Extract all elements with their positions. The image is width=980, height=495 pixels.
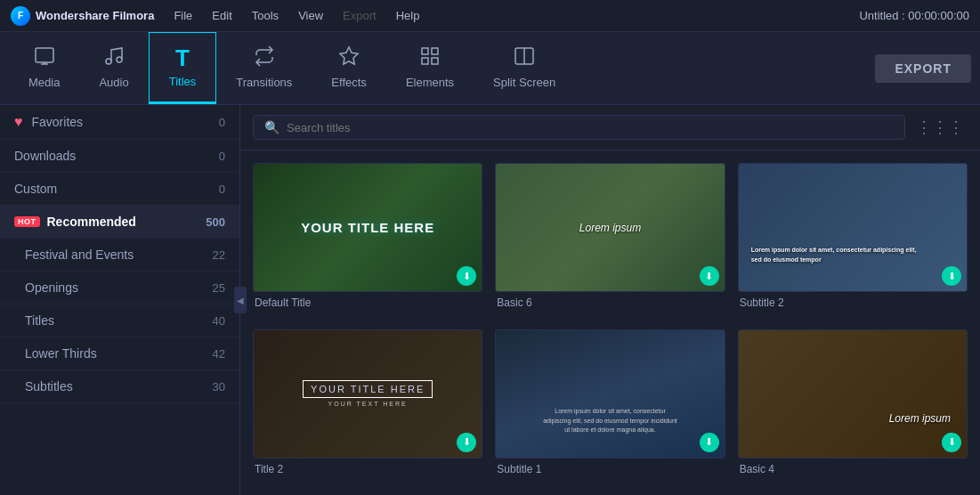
app-name: Wondershare Filmora — [36, 9, 154, 22]
title-thumb-title-2: YOUR TITLE HERE YOUR TEXT HERE ⬇ — [253, 329, 482, 458]
sidebar-item-titles[interactable]: Titles 40 — [0, 304, 239, 337]
sidebar-openings-label: Openings — [25, 280, 78, 295]
card-label-title-2: Title 2 — [253, 463, 482, 475]
audio-icon — [103, 45, 125, 70]
search-input[interactable] — [287, 121, 894, 134]
sidebar-item-openings[interactable]: Openings 25 — [0, 272, 239, 304]
split-screen-label: Split Screen — [493, 76, 555, 89]
sidebar-recommended-label: Recommended — [47, 215, 136, 229]
title-card-title-2[interactable]: YOUR TITLE HERE YOUR TEXT HERE ⬇ Title 2 — [253, 329, 482, 483]
thumb-bg-basic-6: Lorem ipsum — [496, 164, 724, 291]
thumb-bg-default-title: YOUR TITLE HERE — [254, 164, 482, 291]
title-thumb-default-title: YOUR TITLE HERE ⬇ — [253, 163, 482, 292]
card-label-basic-6: Basic 6 — [495, 296, 725, 309]
card-title-2-sub: YOUR TEXT HERE — [328, 401, 408, 407]
download-btn-subtitle-1[interactable]: ⬇ — [700, 433, 719, 452]
search-bar: 🔍 ⋮⋮⋮ — [240, 105, 980, 150]
right-panel: 🔍 ⋮⋮⋮ YOUR TITLE HERE ⬇ Default Title — [240, 105, 980, 495]
svg-point-3 — [106, 59, 111, 64]
sidebar-festival-count: 22 — [213, 248, 225, 262]
grid-view-icon[interactable]: ⋮⋮⋮ — [912, 114, 968, 141]
thumb-bg-subtitle-2: Lorem ipsum dolor sit amet, consectetur … — [739, 164, 967, 291]
sidebar-scroll-handle[interactable]: ◀ — [234, 287, 247, 313]
hot-badge: HOT — [14, 216, 40, 227]
titles-icon: T — [175, 46, 190, 69]
toolbar-titles[interactable]: T Titles — [149, 32, 217, 104]
effects-icon — [338, 45, 360, 70]
card-label-basic-4: Basic 4 — [738, 463, 968, 475]
card-basic-6-main: Lorem ipsum — [574, 220, 646, 236]
title-card-default-title[interactable]: YOUR TITLE HERE ⬇ Default Title — [253, 163, 482, 317]
project-title: Untitled : 00:00:00:00 — [859, 9, 969, 22]
heart-icon: ♥ — [14, 114, 23, 130]
elements-icon — [419, 45, 441, 70]
thumb-bg-subtitle-1: Lorem ipsum dolor sit amet, consectetura… — [496, 330, 724, 458]
transitions-icon — [254, 45, 275, 70]
card-label-subtitle-2: Subtitle 2 — [738, 296, 968, 309]
media-label: Media — [28, 76, 60, 89]
sidebar-recommended-count: 500 — [206, 215, 225, 229]
svg-rect-8 — [432, 58, 438, 64]
toolbar: Media Audio T Titles Transitions — [0, 32, 980, 105]
title-card-basic-6[interactable]: Lorem ipsum ⬇ Basic 6 — [495, 163, 725, 317]
sidebar-item-favorites[interactable]: ♥ Favorites 0 — [0, 105, 239, 140]
title-thumb-subtitle-2: Lorem ipsum dolor sit amet, consectetur … — [738, 163, 968, 292]
toolbar-audio[interactable]: Audio — [79, 32, 148, 104]
title-card-subtitle-1[interactable]: Lorem ipsum dolor sit amet, consectetura… — [495, 329, 725, 483]
thumb-bg-basic-4: Lorem ipsum — [739, 330, 967, 458]
sidebar-favorites-count: 0 — [219, 116, 225, 129]
svg-rect-6 — [422, 48, 428, 54]
sidebar-item-custom[interactable]: Custom 0 — [0, 173, 239, 206]
app-logo: F Wondershare Filmora — [11, 6, 154, 26]
sidebar-downloads-count: 0 — [219, 150, 225, 163]
sidebar-custom-count: 0 — [219, 183, 225, 196]
menu-edit[interactable]: Edit — [208, 7, 235, 24]
sidebar-titles-count: 40 — [213, 314, 225, 328]
titles-grid: YOUR TITLE HERE ⬇ Default Title Lorem ip… — [240, 150, 980, 495]
download-btn-basic-6[interactable]: ⬇ — [700, 266, 719, 286]
app-logo-icon: F — [11, 6, 30, 26]
sidebar-subtitles-label: Subtitles — [25, 379, 73, 394]
sidebar: ♥ Favorites 0 Downloads 0 Custom 0 HOT R… — [0, 105, 240, 495]
card-default-title-main: YOUR TITLE HERE — [296, 218, 440, 237]
download-btn-title-2[interactable]: ⬇ — [457, 433, 476, 452]
card-label-default-title: Default Title — [253, 296, 482, 309]
toolbar-split-screen[interactable]: Split Screen — [474, 32, 575, 104]
sidebar-item-recommended[interactable]: HOT Recommended 500 — [0, 206, 239, 239]
sidebar-lower-thirds-count: 42 — [213, 347, 225, 361]
title-card-basic-4[interactable]: Lorem ipsum ⬇ Basic 4 — [738, 329, 968, 483]
elements-label: Elements — [406, 76, 454, 89]
toolbar-media[interactable]: Media — [9, 32, 79, 104]
menu-help[interactable]: Help — [393, 7, 424, 24]
sidebar-subtitles-count: 30 — [213, 380, 225, 394]
menu-tools[interactable]: Tools — [248, 7, 282, 24]
toolbar-effects[interactable]: Effects — [312, 32, 386, 104]
download-btn-basic-4[interactable]: ⬇ — [942, 433, 961, 452]
menu-export: Export — [339, 7, 380, 24]
sidebar-item-downloads[interactable]: Downloads 0 — [0, 140, 239, 173]
card-subtitle-1-text: Lorem ipsum dolor sit amet, consectetura… — [503, 407, 717, 435]
audio-label: Audio — [99, 76, 128, 89]
card-label-subtitle-1: Subtitle 1 — [495, 463, 725, 475]
menu-view[interactable]: View — [295, 7, 327, 24]
sidebar-favorites-label: Favorites — [32, 115, 84, 129]
toolbar-transitions[interactable]: Transitions — [216, 32, 312, 104]
split-screen-icon — [514, 45, 535, 70]
menu-bar: F Wondershare Filmora File Edit Tools Vi… — [0, 0, 980, 32]
title-card-subtitle-2[interactable]: Lorem ipsum dolor sit amet, consectetur … — [738, 163, 968, 317]
sidebar-item-lower-thirds[interactable]: Lower Thirds 42 — [0, 337, 239, 370]
sidebar-festival-label: Festival and Events — [25, 248, 134, 262]
card-subtitle-2-text: Lorem ipsum dolor sit amet, consectetur … — [746, 244, 928, 266]
svg-rect-9 — [422, 58, 428, 64]
sidebar-openings-count: 25 — [213, 281, 225, 295]
sidebar-item-subtitles[interactable]: Subtitles 30 — [0, 370, 239, 403]
menu-file[interactable]: File — [170, 7, 196, 24]
svg-point-4 — [117, 57, 122, 62]
sidebar-item-festival-events[interactable]: Festival and Events 22 — [0, 239, 239, 272]
svg-marker-5 — [340, 47, 358, 64]
toolbar-elements[interactable]: Elements — [386, 32, 474, 104]
thumb-bg-title-2: YOUR TITLE HERE YOUR TEXT HERE — [254, 330, 482, 458]
menu-items: File Edit Tools View Export Help — [170, 7, 843, 24]
export-button[interactable]: EXPORT — [875, 54, 971, 83]
title-thumb-subtitle-1: Lorem ipsum dolor sit amet, consectetura… — [495, 329, 725, 458]
